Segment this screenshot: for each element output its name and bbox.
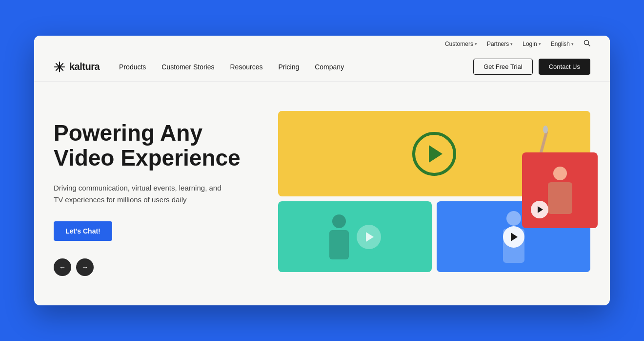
play-button-overlay[interactable] [503, 226, 524, 248]
language-menu[interactable]: English ▾ [551, 41, 574, 47]
nav-action-buttons: Get Free Trial Contact Us [473, 59, 590, 75]
kaltura-logo-icon [54, 61, 65, 73]
customers-chevron-icon: ▾ [475, 42, 477, 46]
right-arrow-icon: → [81, 263, 88, 271]
svg-point-8 [543, 126, 548, 133]
nav-products[interactable]: Products [119, 63, 146, 71]
browser-window: Customers ▾ Partners ▾ Login ▾ English ▾ [34, 36, 610, 305]
left-arrow-icon: ← [59, 263, 66, 271]
language-chevron-icon: ▾ [571, 42, 574, 46]
globe-icon [357, 225, 381, 249]
person-head-blue [506, 211, 521, 226]
contact-us-button[interactable]: Contact Us [539, 59, 590, 75]
hero-section: Powering Any Video Experience Driving co… [34, 82, 610, 305]
svg-line-1 [588, 44, 590, 46]
hero-left-content: Powering Any Video Experience Driving co… [54, 111, 259, 276]
person-figure-red [548, 167, 572, 214]
main-navigation: kaltura Products Customer Stories Resour… [34, 52, 610, 82]
logo[interactable]: kaltura [54, 61, 100, 73]
utility-bar: Customers ▾ Partners ▾ Login ▾ English ▾ [34, 36, 610, 52]
person-figure [329, 214, 349, 259]
partners-chevron-icon: ▾ [510, 42, 513, 46]
nav-links: Products Customer Stories Resources Pric… [119, 63, 473, 71]
carousel-controls: ← → [54, 258, 259, 276]
play-icon [366, 232, 374, 242]
nav-customer-stories[interactable]: Customer Stories [161, 63, 214, 71]
prev-arrow-button[interactable]: ← [54, 258, 71, 276]
search-icon[interactable] [584, 40, 590, 48]
hero-image-bottom-left [278, 201, 432, 272]
circle-play-icon [429, 145, 443, 163]
customers-menu[interactable]: Customers ▾ [445, 41, 477, 47]
hero-image-float [522, 152, 598, 228]
play-triangle-float-icon [538, 206, 543, 213]
hero-title: Powering Any Video Experience [54, 121, 259, 170]
hero-subtitle: Driving communication, virtual events, l… [54, 182, 229, 206]
play-button-float[interactable] [531, 201, 548, 218]
hero-image-grid [278, 111, 590, 272]
person-head-red [553, 167, 567, 180]
lets-chat-button[interactable]: Let's Chat! [54, 221, 112, 241]
get-free-trial-button[interactable]: Get Free Trial [473, 59, 532, 75]
nav-resources[interactable]: Resources [230, 63, 263, 71]
person-body-red [548, 182, 572, 214]
play-triangle-icon [511, 233, 518, 241]
nav-company[interactable]: Company [315, 63, 344, 71]
person-head [332, 214, 346, 228]
partners-menu[interactable]: Partners ▾ [487, 41, 513, 47]
drawing-circle [412, 132, 456, 176]
login-chevron-icon: ▾ [539, 42, 541, 46]
person-body [329, 230, 349, 259]
next-arrow-button[interactable]: → [76, 258, 94, 276]
login-menu[interactable]: Login ▾ [523, 41, 541, 47]
nav-pricing[interactable]: Pricing [278, 63, 299, 71]
logo-text: kaltura [69, 61, 100, 72]
